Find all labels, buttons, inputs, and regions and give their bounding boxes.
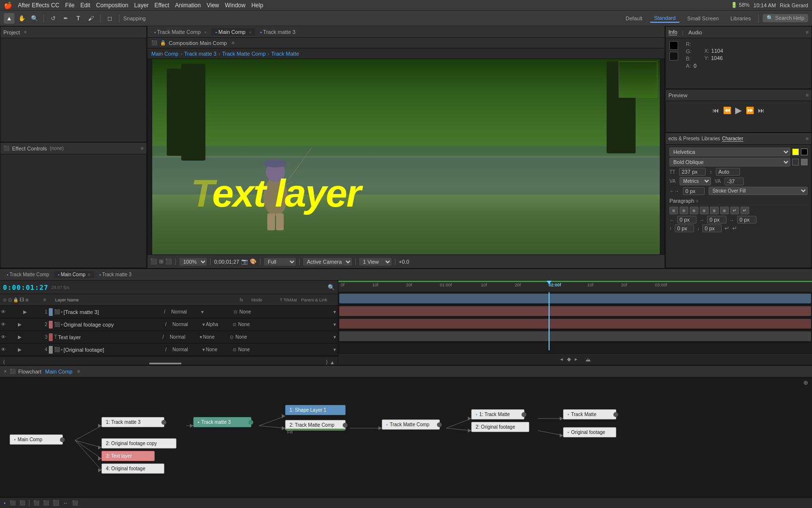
fc-node-shape-layer-1[interactable]: 1: Shape Layer 1 — [285, 405, 346, 415]
layer-1-parent[interactable]: None — [239, 309, 333, 314]
quality-select[interactable]: Full Half Quarter — [264, 258, 296, 266]
color-picker-btn[interactable]: 🎨 — [250, 258, 257, 265]
timeline-track-3[interactable] — [338, 317, 812, 330]
layer-4-mode[interactable]: Normal — [173, 347, 202, 352]
fc-node-original-footage-copy[interactable]: 2: Original footage copy — [102, 438, 176, 448]
ltr-button[interactable]: ↵ — [740, 207, 749, 214]
timeline-tab-main-comp[interactable]: ▪ Main Comp ≡ — [54, 271, 95, 278]
layer-3-switch2[interactable]: / — [162, 334, 170, 340]
indent-left-input[interactable]: 0 px — [677, 216, 696, 224]
workspace-libraries[interactable]: Libraries — [726, 15, 754, 22]
viewer-tab-track-matte-3[interactable]: ▪ Track matte 3 — [256, 28, 299, 36]
transport-keyframe-next[interactable]: ▸ — [575, 356, 578, 362]
layer-1-switch2[interactable]: / — [164, 309, 171, 314]
layer-2-expand[interactable]: ▶ — [18, 322, 23, 327]
track-matte-comp-output[interactable] — [343, 423, 348, 428]
layer-3-expand[interactable]: ▶ — [18, 334, 23, 340]
layer-3-parent[interactable]: None — [235, 334, 333, 340]
hand-tool[interactable]: ✋ — [16, 13, 27, 24]
font-family-select[interactable]: Helvetica — [669, 148, 790, 156]
view-select[interactable]: 1 View 2 Views 4 Views — [359, 258, 392, 266]
timeline-tab-track-matte-comp[interactable]: ▪ Track Matte Comp — [3, 271, 53, 278]
preview-menu-icon[interactable]: ≡ — [806, 92, 809, 98]
text-tool[interactable]: T — [73, 13, 84, 24]
layer-2-mode[interactable]: Normal — [173, 322, 202, 327]
layer-1-parent-arrow[interactable]: ▼ — [333, 310, 337, 314]
align-justify-last[interactable]: ≡ — [710, 207, 719, 214]
fc-node-original-footage-final[interactable]: ▪ Original footage — [563, 427, 616, 437]
flowchart-menu[interactable]: ≡ — [77, 369, 80, 374]
menu-effect[interactable]: Effect — [155, 2, 169, 9]
track-matte-3-1-output[interactable] — [161, 420, 166, 425]
rotate-tool[interactable]: ↺ — [48, 13, 58, 24]
menu-help[interactable]: Help — [251, 2, 263, 9]
layer-3-parent-arrow[interactable]: ▼ — [333, 335, 337, 340]
breadcrumb-track-matte[interactable]: Track Matte — [271, 51, 299, 57]
viewer-tab-track-matte-comp[interactable]: ▪ Track Matte Comp × — [150, 28, 210, 36]
select-tool[interactable]: ▲ — [4, 13, 14, 24]
workspace-default[interactable]: Default — [622, 15, 646, 22]
stroke-style-select[interactable]: Stroke Over Fill — [709, 187, 808, 195]
layer-3-mode[interactable]: Normal — [170, 334, 199, 340]
shape-tool[interactable]: ◻ — [104, 13, 115, 24]
layer-4-trkmat-val[interactable]: None — [206, 347, 232, 352]
timeline-mountain-icon[interactable]: ▲ — [330, 359, 335, 365]
space-after-input[interactable]: 0 px — [702, 224, 722, 232]
menu-composition[interactable]: Composition — [96, 2, 129, 9]
space-before-input[interactable]: 0 px — [675, 224, 694, 232]
fc-node-track-matte-3-1[interactable]: 1: Track matte 3 — [102, 417, 164, 427]
timeline-zoom-out[interactable]: ⟨ — [3, 359, 5, 365]
track-matte-final-output[interactable] — [613, 412, 618, 417]
stroke-color-swatch[interactable] — [801, 149, 808, 155]
layer-1-mode[interactable]: Normal — [171, 309, 200, 314]
menu-file[interactable]: File — [65, 2, 74, 9]
libraries-tab[interactable]: Libraries — [701, 136, 720, 141]
indent-dir-btn-1[interactable]: ↵ — [725, 225, 729, 232]
menu-window[interactable]: Window — [225, 2, 246, 9]
workspace-standard[interactable]: Standard — [650, 14, 680, 23]
main-comp-output[interactable] — [60, 437, 65, 442]
layer-3-mode-arrow[interactable]: ▼ — [199, 335, 203, 340]
layer-4-parent[interactable]: None — [238, 347, 333, 352]
align-center[interactable]: ≡ — [680, 207, 688, 214]
breadcrumb-main-comp[interactable]: Main Comp — [151, 51, 178, 57]
indent-first-input[interactable]: 0 px — [737, 216, 756, 224]
search-timeline-btn[interactable]: 🔍 — [328, 284, 335, 291]
composition-menu-icon[interactable]: ≡ — [232, 40, 234, 45]
fc-node-original-footage-main[interactable]: 4: Original footage — [102, 463, 164, 474]
layer-1-visibility[interactable]: 👁 — [1, 309, 7, 314]
breadcrumb-track-matte-3[interactable]: Track matte 3 — [184, 51, 217, 57]
stroke-size-input[interactable]: 0 px — [683, 187, 705, 195]
fc-node-track-matte-3-comp[interactable]: ▪ Track matte 3 — [193, 417, 251, 427]
preview-last-frame[interactable]: ⏭ — [758, 106, 765, 114]
status-render-icon[interactable]: ⬛ — [10, 500, 15, 506]
indent-dir-btn-2[interactable]: ↵ — [732, 225, 737, 232]
menu-edit[interactable]: Edit — [80, 2, 90, 9]
rtl-button[interactable]: ↵ — [730, 207, 739, 214]
workspace-small-screen[interactable]: Small Screen — [683, 15, 723, 22]
leading-input[interactable]: Auto — [716, 168, 740, 176]
layer-4-expand[interactable]: ▶ — [18, 347, 23, 352]
project-panel-close[interactable]: × — [24, 30, 27, 35]
status-item-5[interactable]: ⬛ — [72, 500, 78, 506]
menu-layer[interactable]: Layer — [134, 2, 149, 9]
preview-first-frame[interactable]: ⏮ — [712, 106, 719, 114]
layer-4-visibility[interactable]: 👁 — [1, 347, 7, 352]
menu-animation[interactable]: Animation — [175, 2, 201, 9]
transport-keyframe-prev[interactable]: ◂ — [560, 356, 563, 362]
layer-2-trkmat-val[interactable]: Alpha — [206, 322, 232, 327]
status-item-3[interactable]: ⬛ — [53, 500, 59, 506]
layer-1-name[interactable]: [Track matte 3] — [64, 309, 157, 315]
timeline-tab-track-matte-3[interactable]: ▪ Track matte 3 — [95, 271, 135, 278]
layer-2-visibility[interactable]: 👁 — [1, 322, 7, 327]
apple-menu[interactable]: 🍎 — [4, 1, 12, 9]
layer-1-expand[interactable]: ▶ — [23, 309, 28, 314]
track-matte-1-output[interactable] — [522, 412, 526, 417]
layer-2-parent-arrow[interactable]: ▼ — [333, 322, 337, 327]
status-item-2[interactable]: ⬛ — [43, 500, 49, 506]
timeline-zoom-bar[interactable]: ▬▬▬▬▬▬ — [7, 359, 324, 365]
font-size-input[interactable]: 237 px — [679, 168, 706, 176]
menu-after-effects[interactable]: After Effects CC — [18, 2, 59, 9]
status-item-4[interactable]: ↔ — [63, 500, 68, 506]
track-matte-3-comp-output[interactable] — [248, 420, 253, 425]
